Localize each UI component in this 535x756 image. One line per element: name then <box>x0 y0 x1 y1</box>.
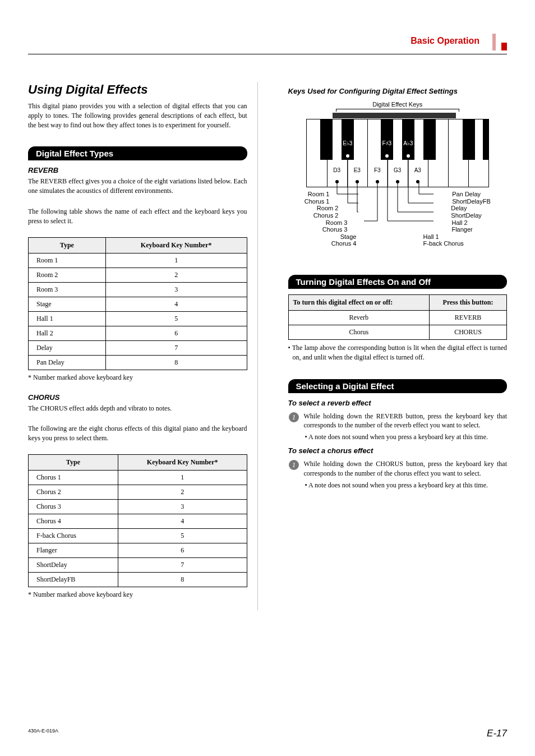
turning-note: • The lamp above the corresponding butto… <box>288 343 508 362</box>
page-header: Basic Operation <box>28 34 507 54</box>
footer-code: 430A-E-019A <box>28 728 58 739</box>
table-row: Chorus 33 <box>29 499 247 514</box>
svg-text:1: 1 <box>292 413 296 421</box>
chorus-table: Type Keyboard Key Number* Chorus 11 Chor… <box>28 454 247 587</box>
table-row: Stage4 <box>29 297 247 311</box>
section-heading-selecting: Selecting a Digital Effect <box>288 379 508 393</box>
step-chorus: 1 While holding down the CHORUS button, … <box>288 459 508 490</box>
table-row: ShortDelay7 <box>29 557 247 572</box>
step-reverb: 1 While holding down the REVERB button, … <box>288 412 508 442</box>
chorus-th-keynum: Keyboard Key Number* <box>118 454 247 470</box>
keyboard-diagram: Digital Effect Keys D3 E3 F3 G3 A3 <box>297 101 499 258</box>
table-row: Chorus 44 <box>29 514 247 528</box>
header-section-title: Basic Operation <box>411 36 479 46</box>
table-row: Room 11 <box>29 253 247 268</box>
table-row: Chorus 22 <box>29 485 247 499</box>
table-row: Hall 26 <box>29 326 247 340</box>
step-reverb-note: • A note does not sound when you press a… <box>304 432 508 442</box>
reverb-heading: REVERB <box>28 166 247 174</box>
turning-th-effect: To turn this digital effect on or off: <box>288 295 430 311</box>
chorus-desc1: The CHORUS effect adds depth and vibrato… <box>28 404 247 413</box>
header-accent-icon <box>492 34 507 50</box>
chorus-desc2: The following are the eight chorus effec… <box>28 424 247 443</box>
table-row: Pan Delay8 <box>29 355 247 370</box>
chorus-th-type: Type <box>29 454 118 470</box>
keyboard-annotations: Room 1 Chorus 1 Pan Delay ShortDelayFB R… <box>297 191 499 258</box>
reverb-table: Type Keyboard Key Number* Room 11 Room 2… <box>28 237 247 370</box>
table-row: Room 33 <box>29 282 247 297</box>
table-row: Chorus 11 <box>29 470 247 485</box>
reverb-th-keynum: Keyboard Key Number* <box>105 237 247 253</box>
svg-text:1: 1 <box>292 461 296 469</box>
reverb-th-type: Type <box>29 237 106 253</box>
table-row: Delay7 <box>29 340 247 355</box>
select-chorus-heading: To select a chorus effect <box>288 446 508 455</box>
table-row: Flanger6 <box>29 543 247 557</box>
section-heading-turning: Turning Digital Effects On and Off <box>288 275 508 289</box>
step-reverb-text: While holding down the REVERB button, pr… <box>304 412 508 430</box>
table-row: Room 22 <box>29 268 247 282</box>
table-row: ReverbREVERB <box>288 311 507 325</box>
table-row: Hall 15 <box>29 311 247 326</box>
section-heading-types: Digital Effect Types <box>28 146 247 160</box>
table-row: ShortDelayFB8 <box>29 572 247 587</box>
turning-th-button: Press this button: <box>430 295 507 311</box>
step-chorus-text: While holding down the CHORUS button, pr… <box>304 460 508 477</box>
intro-paragraph: This digital piano provides you with a s… <box>28 102 247 130</box>
right-column: Keys Used for Configuring Digital Effect… <box>278 82 508 610</box>
step-chorus-note: • A note does not sound when you press a… <box>304 481 508 490</box>
step-number-icon: 1 <box>288 412 299 442</box>
reverb-desc2: The following table shows the name of ea… <box>28 207 247 226</box>
select-reverb-heading: To select a reverb effect <box>288 399 508 407</box>
left-column: Using Digital Effects This digital piano… <box>28 82 258 610</box>
reverb-footnote: * Number marked above keyboard key <box>28 374 247 382</box>
chorus-footnote: * Number marked above keyboard key <box>28 591 247 599</box>
kbd-top-label: Digital Effect Keys <box>372 101 422 108</box>
keyboard-icon: D3 E3 F3 G3 A3 E♭3 F♯3 A♭3 <box>306 119 489 187</box>
step-number-icon: 1 <box>288 459 299 490</box>
kbd-number-strip <box>333 113 456 118</box>
table-row: F-back Chorus5 <box>29 528 247 543</box>
reverb-desc1: The REVERB effect gives you a choice of … <box>28 177 247 196</box>
keys-config-heading: Keys Used for Configuring Digital Effect… <box>288 87 508 95</box>
page-footer: 430A-E-019A E-17 <box>28 728 507 739</box>
turning-table: To turn this digital effect on or off: P… <box>288 294 508 340</box>
table-row: ChorusCHORUS <box>288 325 507 340</box>
footer-page-number: E-17 <box>487 728 507 739</box>
page-title: Using Digital Effects <box>28 82 247 97</box>
chorus-heading: CHORUS <box>28 393 247 402</box>
